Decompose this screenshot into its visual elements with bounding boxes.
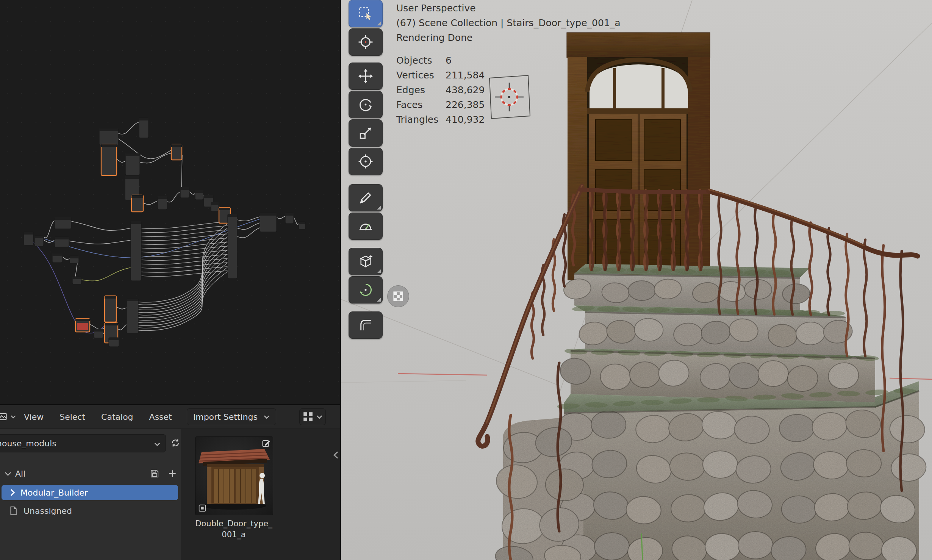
node-header: [105, 323, 118, 325]
scale-icon: [358, 125, 373, 141]
3d-cursor[interactable]: [489, 75, 530, 119]
import-settings-dropdown[interactable]: Import Settings: [187, 408, 276, 425]
node-wire: [69, 240, 131, 244]
chevron-down-icon: [154, 442, 160, 446]
grid-display-icon: [303, 411, 313, 422]
node-header: [195, 190, 203, 193]
rotate-icon: [358, 97, 373, 112]
tool-cursor-button[interactable]: [349, 28, 383, 56]
stairs-door-model[interactable]: [478, 33, 927, 560]
node[interactable]: [127, 299, 138, 333]
node-wire: [138, 228, 228, 305]
save-catalog-icon[interactable]: [150, 469, 160, 479]
node-header: [299, 222, 305, 224]
region-collapse-arrow[interactable]: [333, 451, 339, 461]
tool-shear-button[interactable]: [349, 311, 383, 339]
node-header: [24, 232, 33, 235]
menu-select[interactable]: Select: [52, 412, 93, 422]
node-header: [55, 217, 71, 220]
tool-tweak-select-button[interactable]: [349, 0, 383, 27]
node[interactable]: [139, 118, 149, 138]
node-header: [94, 329, 103, 332]
node-header: [127, 299, 138, 301]
tool-scale-button[interactable]: [349, 119, 383, 147]
menu-view[interactable]: View: [16, 412, 52, 422]
node-header: [131, 221, 141, 224]
node-header: [219, 208, 230, 210]
add-catalog-icon[interactable]: [168, 469, 177, 478]
tool-measure-button[interactable]: [349, 213, 383, 240]
node[interactable]: [101, 144, 117, 175]
node-header: [125, 176, 139, 179]
node-header: [139, 118, 149, 120]
catalog-item-label: Unassigned: [23, 506, 72, 516]
chevron-down-icon: [11, 415, 16, 419]
tool-add-primitive-button[interactable]: [349, 248, 383, 275]
node-wires: [33, 122, 299, 341]
node-header: [131, 195, 143, 198]
node-wire: [138, 237, 228, 310]
tool-transform-button[interactable]: [349, 148, 383, 175]
node-header: [180, 187, 189, 190]
node-header: [285, 213, 294, 216]
viewport-3d[interactable]: User Perspective (67) Scene Collection |…: [341, 0, 932, 560]
catalog-row-modular-builder[interactable]: Modular_Builder: [2, 485, 178, 500]
asset-grid[interactable]: Double_Door_type_ 001_a: [182, 429, 340, 560]
asset-card-double-door[interactable]: Double_Door_type_ 001_a: [194, 436, 274, 540]
thumbnail-size-widget[interactable]: [299, 408, 326, 425]
library-value: house_moduls: [0, 439, 56, 448]
node[interactable]: [125, 153, 140, 175]
menu-asset[interactable]: Asset: [141, 412, 180, 422]
asset-browser-body: house_moduls: [0, 429, 340, 560]
tweak-select-icon: [358, 6, 373, 21]
editor-type-button[interactable]: [0, 409, 16, 425]
node[interactable]: [228, 214, 237, 278]
cursor-icon: [358, 34, 373, 50]
node-wire: [277, 216, 285, 219]
import-settings-label: Import Settings: [193, 412, 258, 422]
view-name: User Perspective: [396, 1, 621, 16]
node-wire: [294, 217, 299, 224]
node-wire: [81, 267, 131, 281]
tool-rotate-button[interactable]: [349, 91, 383, 118]
node-wire: [237, 223, 260, 229]
node-header: [34, 236, 44, 238]
render-status: Rendering Done: [396, 30, 621, 45]
catalog-row-unassigned[interactable]: Unassigned: [0, 503, 190, 518]
node-wire: [118, 324, 127, 330]
catalog-row-all[interactable]: All: [0, 466, 186, 481]
menu-catalog[interactable]: Catalog: [93, 412, 141, 422]
library-combo[interactable]: house_moduls: [0, 434, 166, 452]
move-icon: [358, 69, 373, 84]
refresh-library-button[interactable]: [168, 436, 183, 450]
node-header: [72, 277, 81, 279]
node[interactable]: [131, 221, 141, 281]
asset-name: Double_Door_type_ 001_a: [194, 518, 274, 540]
node[interactable]: [260, 213, 277, 232]
geometry-node-editor[interactable]: [0, 0, 341, 405]
chevron-down-icon: [5, 471, 11, 476]
tool-spin-button[interactable]: [349, 276, 383, 303]
object-data-icon: [198, 504, 207, 513]
edit-asset-icon[interactable]: [262, 439, 271, 448]
node-header: [105, 296, 116, 299]
node-header: [125, 153, 140, 156]
catalog-item-label: Modular_Builder: [20, 488, 88, 497]
node-preview: [77, 323, 88, 330]
node[interactable]: [105, 296, 116, 322]
chevron-down-icon: [264, 415, 270, 419]
checker-icon: [393, 291, 403, 301]
node-wire: [138, 232, 228, 307]
tool-move-button[interactable]: [349, 63, 383, 90]
node-wire: [144, 201, 158, 205]
node-wire: [167, 192, 180, 202]
node-wire: [63, 257, 70, 260]
viewport-overlay-text: User Perspective (67) Scene Collection |…: [396, 1, 621, 45]
asset-thumbnail[interactable]: [195, 436, 273, 515]
tool-annotate-button[interactable]: [349, 184, 383, 211]
viewport-statistics: Objects6 Vertices211,584 Edges438,629 Fa…: [396, 53, 485, 127]
node-header: [75, 319, 90, 321]
catalog-panel: house_moduls: [0, 429, 182, 560]
checker-overlay-button[interactable]: [387, 285, 409, 307]
node-wire: [181, 155, 182, 192]
